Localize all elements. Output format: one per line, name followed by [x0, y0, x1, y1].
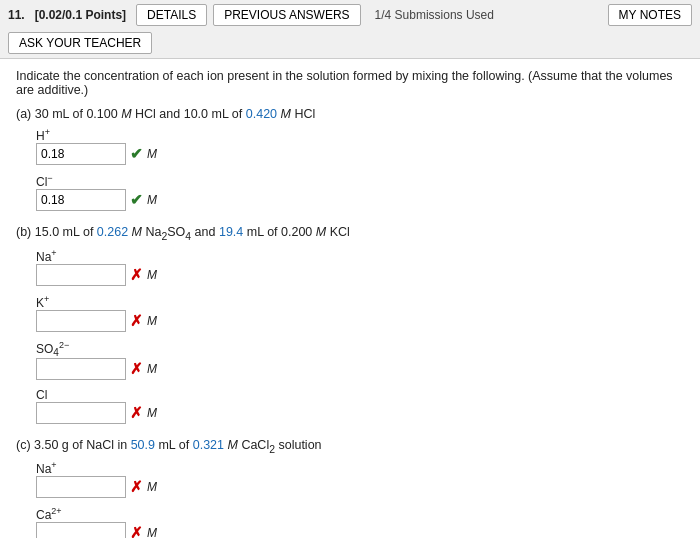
- ca-c-input[interactable]: [36, 522, 126, 538]
- my-notes-button[interactable]: MY NOTES: [608, 4, 692, 26]
- ion-row-na-c: ✗ M: [36, 476, 684, 498]
- ca-c-unit: M: [147, 526, 157, 538]
- na-plus-b-x-icon: ✗: [130, 266, 143, 284]
- ion-row-cl-a: ✔ M: [36, 189, 684, 211]
- ion-label-na-c: Na+: [36, 460, 684, 476]
- na-plus-c-input[interactable]: [36, 476, 126, 498]
- cl-b-input[interactable]: [36, 402, 126, 424]
- main-instruction: Indicate the concentration of each ion p…: [16, 69, 684, 97]
- na-plus-c-unit: M: [147, 480, 157, 494]
- details-button[interactable]: DETAILS: [136, 4, 207, 26]
- part-a-label: (a) 30 mL of 0.100 M HCl and 10.0 mL of …: [16, 107, 684, 121]
- part-a-section: (a) 30 mL of 0.100 M HCl and 10.0 mL of …: [16, 107, 684, 211]
- main-content: Indicate the concentration of each ion p…: [0, 59, 700, 538]
- top-bar: 11. [0.02/0.1 Points] DETAILS PREVIOUS A…: [0, 0, 700, 59]
- na-plus-c-x-icon: ✗: [130, 478, 143, 496]
- k-plus-b-input[interactable]: [36, 310, 126, 332]
- problem-number: 11.: [8, 8, 25, 22]
- part-b-section: (b) 15.0 mL of 0.262 M Na2SO4 and 19.4 m…: [16, 225, 684, 424]
- so4-b-unit: M: [147, 362, 157, 376]
- h-plus-unit: M: [147, 147, 157, 161]
- ion-row-na-b: ✗ M: [36, 264, 684, 286]
- ion-row-h: ✔ M: [36, 143, 684, 165]
- na-plus-b-input[interactable]: [36, 264, 126, 286]
- h-plus-input[interactable]: [36, 143, 126, 165]
- so4-b-input[interactable]: [36, 358, 126, 380]
- ion-row-ca-c: ✗ M: [36, 522, 684, 538]
- ion-label-k-b: K+: [36, 294, 684, 310]
- part-b-label: (b) 15.0 mL of 0.262 M Na2SO4 and 19.4 m…: [16, 225, 684, 242]
- ion-label-ca-c: Ca2+: [36, 506, 684, 522]
- ion-row-so4-b: ✗ M: [36, 358, 684, 380]
- na-plus-b-unit: M: [147, 268, 157, 282]
- cl-b-unit: M: [147, 406, 157, 420]
- so4-b-x-icon: ✗: [130, 360, 143, 378]
- ion-row-cl-b: ✗ M: [36, 402, 684, 424]
- cl-minus-a-input[interactable]: [36, 189, 126, 211]
- part-c-label: (c) 3.50 g of NaCl in 50.9 mL of 0.321 M…: [16, 438, 684, 455]
- cl-minus-a-unit: M: [147, 193, 157, 207]
- k-plus-b-x-icon: ✗: [130, 312, 143, 330]
- ion-label-cl-a: Cl−: [36, 173, 684, 189]
- h-plus-check-icon: ✔: [130, 145, 143, 163]
- points-label: [0.02/0.1 Points]: [35, 8, 126, 22]
- ask-teacher-button[interactable]: ASK YOUR TEACHER: [8, 32, 152, 54]
- part-c-section: (c) 3.50 g of NaCl in 50.9 mL of 0.321 M…: [16, 438, 684, 538]
- submissions-text: 1/4 Submissions Used: [375, 8, 494, 22]
- previous-answers-button[interactable]: PREVIOUS ANSWERS: [213, 4, 360, 26]
- ion-label-so4-b: SO42−: [36, 340, 684, 358]
- ion-label-h: H+: [36, 127, 684, 143]
- ion-label-na-b: Na+: [36, 248, 684, 264]
- cl-b-x-icon: ✗: [130, 404, 143, 422]
- cl-minus-a-check-icon: ✔: [130, 191, 143, 209]
- k-plus-b-unit: M: [147, 314, 157, 328]
- ca-c-x-icon: ✗: [130, 524, 143, 538]
- ion-label-cl-b: Cl: [36, 388, 684, 402]
- ion-row-k-b: ✗ M: [36, 310, 684, 332]
